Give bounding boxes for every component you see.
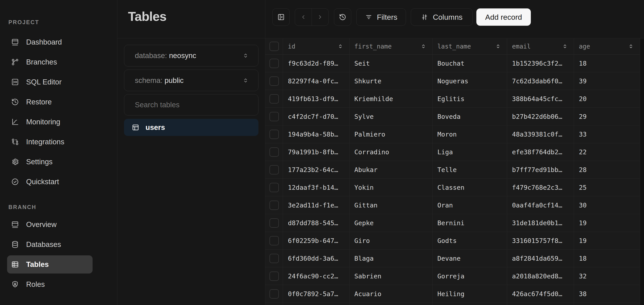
cell-last_name[interactable]: Telle [432, 161, 507, 179]
cell-last_name[interactable]: Godts [432, 232, 507, 250]
column-header-first_name[interactable]: first_name [350, 38, 432, 55]
sidebar-item-overview[interactable]: Overview [0, 215, 117, 234]
cell-age[interactable]: 18 [574, 250, 640, 267]
cell-email[interactable]: 1b152396c3f2… [507, 55, 574, 72]
row-checkbox[interactable] [270, 59, 279, 68]
sidebar-item-integrations[interactable]: Integrations [0, 132, 117, 152]
cell-last_name[interactable]: Bouchat [432, 55, 507, 72]
cell-email[interactable]: 0aaf4fa0cf14… [507, 196, 574, 214]
sort-icon[interactable] [337, 43, 344, 50]
cell-id[interactable]: 177a23b2-64c… [283, 161, 350, 179]
next-page-button[interactable] [312, 9, 328, 26]
sidebar-item-tables[interactable]: Tables [0, 254, 117, 274]
cell-id[interactable]: 194a9b4a-58b… [283, 125, 350, 143]
select-all-checkbox[interactable] [270, 42, 279, 51]
columns-button[interactable]: Columns [411, 9, 472, 26]
row-checkbox[interactable] [270, 218, 279, 228]
row-checkbox[interactable] [270, 130, 279, 139]
cell-email[interactable]: a2018a820ed8… [507, 267, 574, 285]
row-checkbox[interactable] [270, 236, 279, 245]
cell-age[interactable]: 19 [574, 232, 640, 250]
cell-email[interactable]: 48a339381c0f… [507, 125, 574, 143]
cell-age[interactable]: 38 [574, 285, 640, 303]
row-checkbox[interactable] [270, 165, 279, 174]
cell-first_name[interactable]: Palmiero [350, 125, 432, 143]
cell-first_name[interactable] [350, 303, 432, 305]
cell-email[interactable]: a8f2841da659… [507, 250, 574, 267]
sort-icon[interactable] [420, 43, 426, 50]
cell-id[interactable]: c4f2dc7f-d70… [283, 108, 350, 125]
cell-age[interactable] [574, 303, 640, 305]
cell-first_name[interactable]: Kriemhilde [350, 90, 432, 108]
row-checkbox[interactable] [270, 183, 279, 192]
cell-id[interactable]: 6f02259b-647… [283, 232, 350, 250]
cell-age[interactable]: 33 [574, 125, 640, 143]
cell-email[interactable]: 7c62d3dab6f0… [507, 72, 574, 90]
cell-id[interactable] [283, 303, 350, 305]
cell-age[interactable]: 18 [574, 55, 640, 72]
sort-icon[interactable] [628, 43, 634, 50]
cell-email[interactable] [507, 303, 574, 305]
table-list-item-users[interactable]: users [124, 119, 258, 136]
sidebar-item-dashboard[interactable]: Dashboard [0, 32, 117, 52]
cell-last_name[interactable]: Devane [432, 250, 507, 267]
schema-select[interactable]: schema: public [124, 70, 258, 91]
cell-last_name[interactable]: Nogueras [432, 72, 507, 90]
cell-id[interactable]: 6fd360dd-3a6… [283, 250, 350, 267]
cell-last_name[interactable]: Eglitis [432, 90, 507, 108]
search-tables-input[interactable]: Search tables [124, 94, 258, 116]
row-checkbox[interactable] [270, 271, 279, 281]
cell-age[interactable]: 19 [574, 214, 640, 232]
cell-id[interactable]: 3e2ad11d-f1e… [283, 196, 350, 214]
cell-last_name[interactable]: Moron [432, 125, 507, 143]
sort-icon[interactable] [562, 43, 568, 50]
cell-id[interactable]: 82297f4a-0fc… [283, 72, 350, 90]
cell-first_name[interactable]: Yokin [350, 179, 432, 196]
column-header-id[interactable]: id [283, 38, 350, 55]
row-checkbox[interactable] [270, 94, 279, 104]
row-checkbox[interactable] [270, 112, 279, 121]
cell-last_name[interactable]: Boveda [432, 108, 507, 125]
database-select[interactable]: database: neosync [124, 45, 258, 67]
cell-first_name[interactable]: Gepke [350, 214, 432, 232]
history-button[interactable] [334, 9, 351, 26]
column-header-last_name[interactable]: last_name [432, 38, 507, 55]
cell-id[interactable]: 79a1991b-8fb… [283, 143, 350, 161]
sidebar-item-settings[interactable]: Settings [0, 152, 117, 172]
cell-last_name[interactable] [432, 303, 507, 305]
cell-age[interactable]: 20 [574, 90, 640, 108]
cell-last_name[interactable]: Classen [432, 179, 507, 196]
cell-last_name[interactable]: Heiling [432, 285, 507, 303]
cell-first_name[interactable]: Abukar [350, 161, 432, 179]
cell-id[interactable]: f9c63d2d-f89… [283, 55, 350, 72]
cell-email[interactable]: 3316015757f8… [507, 232, 574, 250]
cell-age[interactable]: 29 [574, 108, 640, 125]
sidebar-item-branches[interactable]: Branches [0, 52, 117, 72]
previous-page-button[interactable] [295, 9, 312, 26]
row-checkbox[interactable] [270, 147, 279, 157]
cell-first_name[interactable]: Sabrien [350, 267, 432, 285]
cell-first_name[interactable]: Acuario [350, 285, 432, 303]
cell-age[interactable]: 25 [574, 179, 640, 196]
cell-id[interactable]: 12daaf3f-b14… [283, 179, 350, 196]
cell-email[interactable]: 388b64a45cfc… [507, 90, 574, 108]
cell-first_name[interactable]: Giro [350, 232, 432, 250]
cell-age[interactable]: 39 [574, 72, 640, 90]
cell-id[interactable]: 419fb613-df9… [283, 90, 350, 108]
column-header-age[interactable]: age [574, 38, 640, 55]
cell-last_name[interactable]: Oran [432, 196, 507, 214]
cell-age[interactable]: 30 [574, 196, 640, 214]
cell-id[interactable]: 0f0c7892-5a7… [283, 285, 350, 303]
cell-last_name[interactable]: Bernini [432, 214, 507, 232]
cell-email[interactable]: f479c768e2c3… [507, 179, 574, 196]
cell-first_name[interactable]: Corradino [350, 143, 432, 161]
sidebar-item-restore[interactable]: Restore [0, 92, 117, 112]
cell-age[interactable]: 32 [574, 267, 640, 285]
sidebar-item-roles[interactable]: Roles [0, 274, 117, 294]
row-checkbox[interactable] [270, 254, 279, 263]
cell-id[interactable]: 24f6ac90-cc2… [283, 267, 350, 285]
collapse-panel-button[interactable] [272, 9, 290, 26]
cell-age[interactable]: 22 [574, 143, 640, 161]
row-checkbox[interactable] [270, 201, 279, 210]
cell-email[interactable]: efe38f764db2… [507, 143, 574, 161]
